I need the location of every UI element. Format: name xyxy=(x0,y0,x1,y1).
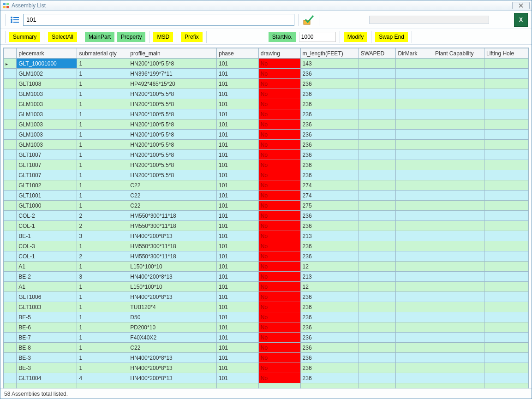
selectall-button[interactable]: SelectAll xyxy=(48,32,77,42)
cell-drawing[interactable]: No xyxy=(258,312,300,322)
cell-empty[interactable] xyxy=(217,383,259,389)
cell-profile[interactable]: D50 xyxy=(128,312,217,322)
cell-qty[interactable]: 2 xyxy=(77,211,128,221)
cell-piecemark[interactable]: COL-3 xyxy=(17,241,77,251)
table-row[interactable]: GLM10021HN396*199*7*11101No236 xyxy=(4,69,529,79)
cell-empty[interactable] xyxy=(77,383,128,389)
cell-phase[interactable]: 101 xyxy=(217,272,259,282)
cell-piecemark[interactable]: GLM1003 xyxy=(17,119,77,130)
cell-swaped[interactable] xyxy=(359,99,396,109)
cell-piecemark[interactable]: BE-7 xyxy=(17,333,77,343)
row-header[interactable] xyxy=(4,272,17,282)
cell-empty[interactable] xyxy=(128,383,217,389)
row-header[interactable] xyxy=(4,59,17,69)
cell-dirmark[interactable] xyxy=(396,262,433,272)
summary-button[interactable]: Summary xyxy=(9,32,40,42)
cell-mlength[interactable]: 236 xyxy=(300,79,359,89)
cell-drawing[interactable]: No xyxy=(258,251,300,262)
row-header[interactable] xyxy=(4,312,17,322)
cell-swaped[interactable] xyxy=(359,292,396,302)
row-header[interactable] xyxy=(4,231,17,241)
cell-qty[interactable]: 1 xyxy=(77,89,128,99)
cell-dirmark[interactable] xyxy=(396,322,433,333)
cell-dirmark[interactable] xyxy=(396,272,433,282)
cell-phase[interactable]: 101 xyxy=(217,221,259,231)
cell-qty[interactable]: 1 xyxy=(77,312,128,322)
assembly-grid[interactable]: piecemark submaterial qty profile_main p… xyxy=(3,48,529,388)
cell-drawing[interactable]: No xyxy=(258,160,300,170)
cell-lifting[interactable] xyxy=(484,282,529,292)
cell-plant[interactable] xyxy=(433,191,484,201)
row-header[interactable] xyxy=(4,302,17,312)
cell-phase[interactable]: 101 xyxy=(217,180,259,191)
cell-dirmark[interactable] xyxy=(396,119,433,130)
cell-swaped[interactable] xyxy=(359,322,396,333)
startno-input[interactable] xyxy=(299,32,336,42)
cell-drawing[interactable]: No xyxy=(258,150,300,160)
cell-drawing[interactable]: No xyxy=(258,231,300,241)
row-header[interactable] xyxy=(4,201,17,211)
cell-mlength[interactable]: 143 xyxy=(300,59,359,69)
cell-swaped[interactable] xyxy=(359,191,396,201)
cell-mlength[interactable]: 236 xyxy=(300,241,359,251)
cell-phase[interactable]: 101 xyxy=(217,231,259,241)
row-header[interactable] xyxy=(4,333,17,343)
row-header[interactable] xyxy=(4,251,17,262)
cell-plant[interactable] xyxy=(433,59,484,69)
cell-dirmark[interactable] xyxy=(396,109,433,119)
cell-mlength[interactable]: 236 xyxy=(300,119,359,130)
cell-qty[interactable]: 1 xyxy=(77,170,128,180)
table-row[interactable]: GLT10031TUB120*4101No236 xyxy=(4,302,529,312)
col-submaterial-qty[interactable]: submaterial qty xyxy=(77,48,128,59)
cell-plant[interactable] xyxy=(433,231,484,241)
cell-profile[interactable]: HM550*300*11*18 xyxy=(128,241,217,251)
cell-qty[interactable]: 1 xyxy=(77,201,128,211)
cell-profile[interactable]: HN200*100*5.5*8 xyxy=(128,89,217,99)
cell-plant[interactable] xyxy=(433,170,484,180)
cell-mlength[interactable]: 236 xyxy=(300,99,359,109)
cell-swaped[interactable] xyxy=(359,221,396,231)
cell-piecemark[interactable]: GLT1007 xyxy=(17,170,77,180)
cell-mlength[interactable]: 275 xyxy=(300,201,359,211)
cell-drawing[interactable]: No xyxy=(258,59,300,69)
cell-lifting[interactable] xyxy=(484,251,529,262)
cell-qty[interactable]: 3 xyxy=(77,272,128,282)
cell-swaped[interactable] xyxy=(359,373,396,383)
col-plant-capability[interactable]: Plant Capability xyxy=(433,48,484,59)
cell-swaped[interactable] xyxy=(359,312,396,322)
cell-empty[interactable] xyxy=(4,383,17,389)
cell-plant[interactable] xyxy=(433,292,484,302)
cell-profile[interactable]: HN200*100*5.5*8 xyxy=(128,170,217,180)
col-swaped[interactable]: SWAPED xyxy=(359,48,396,59)
cell-profile[interactable]: HN400*200*8*13 xyxy=(128,292,217,302)
cell-piecemark[interactable]: COL-1 xyxy=(17,221,77,231)
cell-mlength[interactable]: 236 xyxy=(300,130,359,140)
cell-plant[interactable] xyxy=(433,150,484,160)
table-row[interactable]: GLT10081HP492*465*15*20101No236 xyxy=(4,79,529,89)
table-row[interactable]: COL-12HM550*300*11*18101No236 xyxy=(4,251,529,262)
cell-phase[interactable]: 101 xyxy=(217,140,259,150)
cell-profile[interactable]: TUB120*4 xyxy=(128,302,217,312)
cell-dirmark[interactable] xyxy=(396,241,433,251)
cell-plant[interactable] xyxy=(433,79,484,89)
cell-lifting[interactable] xyxy=(484,170,529,180)
cell-qty[interactable]: 1 xyxy=(77,79,128,89)
cell-plant[interactable] xyxy=(433,373,484,383)
table-row[interactable]: BE-51D50101No236 xyxy=(4,312,529,322)
table-row[interactable]: GLM10031HN200*100*5.5*8101No236 xyxy=(4,89,529,99)
cell-qty[interactable]: 1 xyxy=(77,333,128,343)
cell-lifting[interactable] xyxy=(484,160,529,170)
cell-qty[interactable]: 2 xyxy=(77,251,128,262)
cell-plant[interactable] xyxy=(433,180,484,191)
cell-mlength[interactable]: 236 xyxy=(300,109,359,119)
cell-plant[interactable] xyxy=(433,109,484,119)
cell-empty[interactable] xyxy=(396,383,433,389)
cell-drawing[interactable]: No xyxy=(258,109,300,119)
row-header[interactable] xyxy=(4,191,17,201)
cell-dirmark[interactable] xyxy=(396,170,433,180)
cell-piecemark[interactable]: GLT1001 xyxy=(17,191,77,201)
cell-mlength[interactable]: 236 xyxy=(300,373,359,383)
cell-lifting[interactable] xyxy=(484,79,529,89)
cell-swaped[interactable] xyxy=(359,89,396,99)
cell-mlength[interactable]: 213 xyxy=(300,272,359,282)
